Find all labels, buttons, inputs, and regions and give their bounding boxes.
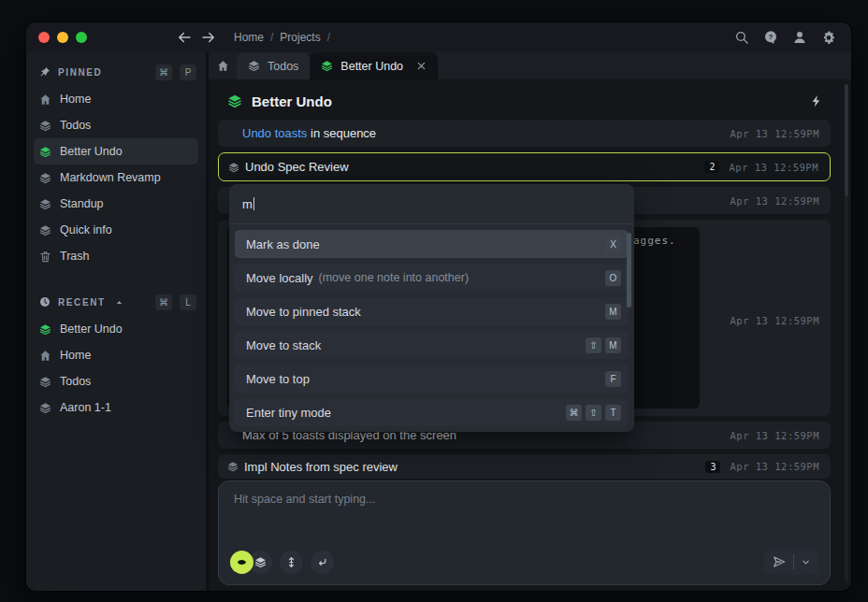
pin-icon xyxy=(39,66,51,78)
command-label: Move locally xyxy=(246,271,313,285)
search-icon[interactable] xyxy=(734,30,749,45)
shift-key: ⇧ xyxy=(586,405,601,421)
recent-section-header[interactable]: RECENT ⌘ L xyxy=(26,288,206,316)
breadcrumb-home[interactable]: Home xyxy=(234,31,264,44)
breadcrumb-projects[interactable]: Projects xyxy=(280,31,320,44)
command-list: Mark as done X Move locally (move one no… xyxy=(229,224,634,432)
layers-icon xyxy=(228,162,239,173)
desktop: Home / Projects / ? PINNED ⌘ xyxy=(0,0,868,602)
timestamp: Apr 13 12:59PM xyxy=(730,195,819,207)
pinned-shortcut-cmd: ⌘ xyxy=(155,64,172,80)
recent-item-home[interactable]: Home xyxy=(34,342,198,368)
sidebar-item-standup[interactable]: Standup xyxy=(34,191,198,217)
command-label: Enter tiny mode xyxy=(246,406,331,420)
composer[interactable]: Hit space and start typing... xyxy=(218,480,831,585)
note-link[interactable]: Undo toasts xyxy=(242,126,307,140)
send-divider xyxy=(793,554,794,569)
tab-todos[interactable]: Todos xyxy=(237,52,310,79)
page-header: Better Undo xyxy=(209,84,851,118)
send-button[interactable] xyxy=(772,554,787,569)
command-label: Mark as done xyxy=(246,237,320,251)
back-button[interactable] xyxy=(176,29,193,46)
close-tab-icon[interactable] xyxy=(416,61,427,71)
breadcrumb-separator: / xyxy=(270,31,273,44)
history-nav: Home / Projects / xyxy=(176,29,330,46)
account-icon[interactable] xyxy=(792,30,807,45)
shortcut-key: M xyxy=(605,304,621,320)
caret-up-icon xyxy=(115,298,123,307)
command-palette: m Mark as done X Move locally (move one … xyxy=(229,184,634,432)
recent-item-aaron-1-1[interactable]: Aaron 1-1 xyxy=(34,394,198,421)
tab-home[interactable] xyxy=(209,52,237,79)
pinned-section-label: PINNED xyxy=(58,67,102,78)
help-icon[interactable]: ? xyxy=(763,30,778,45)
clock-icon xyxy=(39,296,51,308)
command-item-move-to-pinned-stack[interactable]: Move to pinned stack M xyxy=(235,297,629,325)
timestamp: Apr 13 12:59PM xyxy=(730,315,819,326)
lightning-bolt-icon[interactable] xyxy=(810,94,823,108)
send-button-group xyxy=(764,549,818,575)
cmd-key: ⌘ xyxy=(566,405,582,421)
note-row[interactable]: Impl Notes from spec review 3 Apr 13 12:… xyxy=(218,454,831,479)
main-scrollbar[interactable] xyxy=(845,84,848,581)
timestamp: Apr 13 12:59PM xyxy=(729,162,818,173)
main-area: Todos Better Undo Better Undo xyxy=(209,52,851,591)
command-query: m xyxy=(242,197,253,211)
sidebar-item-quick-info[interactable]: Quick info xyxy=(34,217,198,243)
forward-button[interactable] xyxy=(200,29,217,46)
close-window-button[interactable] xyxy=(38,32,50,43)
house-icon xyxy=(39,350,51,362)
recent-item-better-undo[interactable]: Better Undo xyxy=(34,316,198,342)
sidebar-item-todos[interactable]: Todos xyxy=(34,112,198,138)
shortcut-key: X xyxy=(605,236,621,252)
count-badge: 3 xyxy=(705,461,720,473)
command-item-enter-tiny-mode[interactable]: Enter tiny mode ⌘ ⇧ T xyxy=(235,398,629,426)
command-item-mark-as-done[interactable]: Mark as done X xyxy=(235,230,629,258)
command-item-move-to-stack[interactable]: Move to stack ⇧ M xyxy=(235,331,629,359)
breadcrumb: Home / Projects / xyxy=(234,31,330,44)
recent-item-todos[interactable]: Todos xyxy=(34,368,198,394)
shift-key: ⇧ xyxy=(586,337,601,353)
composer-toolbar xyxy=(230,549,818,575)
layers-icon xyxy=(39,146,51,158)
composer-placeholder: Hit space and start typing... xyxy=(234,493,375,506)
command-label: Move to pinned stack xyxy=(246,305,361,319)
pinned-shortcut-key: P xyxy=(180,64,196,80)
palette-scrollbar-thumb[interactable] xyxy=(627,233,631,308)
move-vertical-icon xyxy=(285,556,297,568)
move-button[interactable] xyxy=(280,551,303,574)
recent-shortcut-key: L xyxy=(180,294,196,310)
house-icon xyxy=(217,60,229,72)
tab-label: Better Undo xyxy=(340,60,403,73)
sidebar-item-label: Standup xyxy=(60,197,104,210)
layers-icon xyxy=(227,461,239,472)
command-item-move-to-top[interactable]: Move to top F xyxy=(235,365,629,393)
recent-shortcut-cmd: ⌘ xyxy=(155,294,172,310)
note-row[interactable]: Undo toasts in sequence Apr 13 12:59PM xyxy=(218,120,831,147)
sidebar-item-home[interactable]: Home xyxy=(34,86,198,112)
sidebar-item-trash[interactable]: Trash xyxy=(34,243,198,269)
layers-icon xyxy=(227,93,242,108)
layers-icon xyxy=(248,60,260,72)
note-row-selected[interactable]: Undo Spec Review 2 Apr 13 12:59PM xyxy=(218,152,831,181)
main-scrollbar-thumb[interactable] xyxy=(845,84,848,196)
command-input[interactable]: m xyxy=(229,184,634,224)
recent-section-label: RECENT xyxy=(58,297,106,308)
sidebar-item-better-undo[interactable]: Better Undo xyxy=(34,138,198,165)
command-item-move-locally[interactable]: Move locally (move one note into another… xyxy=(235,264,629,292)
pinned-section-header[interactable]: PINNED ⌘ P xyxy=(26,58,206,86)
sidebar-item-markdown-revamp[interactable]: Markdown Revamp xyxy=(34,165,198,191)
return-button[interactable] xyxy=(311,551,334,574)
count-badge: 2 xyxy=(704,161,719,173)
tab-better-undo[interactable]: Better Undo xyxy=(310,52,438,79)
sidebar-item-label: Better Undo xyxy=(60,145,123,158)
shortcut-key: M xyxy=(605,337,621,353)
note-type-button[interactable] xyxy=(230,551,253,574)
sidebar-item-label: Trash xyxy=(60,250,90,263)
zoom-window-button[interactable] xyxy=(76,32,87,43)
settings-gear-icon[interactable] xyxy=(821,30,836,45)
send-options-chevron-icon[interactable] xyxy=(801,557,811,567)
page-title: Better Undo xyxy=(252,93,332,109)
titlebar-actions: ? xyxy=(734,30,836,45)
minimize-window-button[interactable] xyxy=(57,32,68,43)
